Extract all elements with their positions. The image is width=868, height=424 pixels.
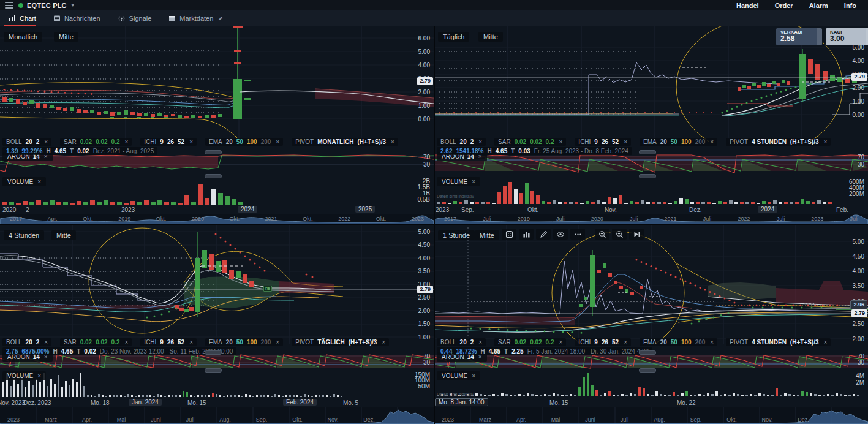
aroon-tick: 30 (858, 359, 864, 366)
time-tick: Sep. (461, 206, 474, 213)
close-icon[interactable]: × (558, 339, 563, 346)
menu-item-order[interactable]: Order (767, 2, 801, 9)
aroon-tick: 30 (423, 359, 430, 366)
menu-icon[interactable] (5, 2, 13, 9)
time-tick: Dez. (689, 206, 702, 213)
chevron-down-icon[interactable]: ▼ (70, 2, 75, 8)
price-chart-canvas[interactable] (0, 26, 434, 142)
close-icon[interactable]: × (709, 138, 714, 145)
symbol-title: EQTEC PLC (27, 2, 67, 9)
indicators-button[interactable] (519, 229, 534, 240)
close-icon[interactable]: × (124, 339, 129, 346)
marketdata-icon (168, 15, 176, 22)
price-chart-canvas[interactable] (0, 224, 434, 344)
pane-resize-handle[interactable] (639, 350, 656, 355)
chart-style-button[interactable] (502, 229, 516, 240)
tab-nachrichten[interactable]: Nachrichten (45, 10, 109, 26)
zoom-in-button[interactable] (612, 229, 627, 240)
top-menu: Handel Order Alarm Info (728, 2, 868, 9)
visibility-button[interactable] (553, 229, 568, 240)
price-tick: 0.00 (418, 116, 430, 123)
align-selector[interactable]: Mitte (478, 32, 503, 42)
price-tick: 4.50 (418, 241, 430, 248)
close-icon[interactable]: × (470, 178, 475, 185)
tab-marktdaten[interactable]: Marktdaten ⬈ (160, 10, 232, 26)
pane-resize-handle[interactable] (205, 350, 222, 355)
volume-tick: 50M (418, 383, 430, 390)
chart-navigator[interactable]: 2023MärzApr.MaiJuniJuliAug.Sep.Okt.Nov.D… (0, 407, 434, 424)
chart-navigator[interactable]: 2017Juli2019Juli2020Juli2021Juli2022Juli… (434, 214, 868, 224)
sell-button[interactable]: VERKAUF2.58 (776, 28, 822, 45)
align-selector[interactable]: Mitte (51, 230, 76, 240)
pane-resize-handle[interactable] (205, 174, 222, 178)
draw-button[interactable] (536, 229, 551, 240)
align-selector[interactable]: Mitte (54, 32, 78, 42)
timeframe-selector[interactable]: Täglich (438, 32, 469, 42)
indicator-sar: SAR0.020.020.2× (60, 138, 132, 146)
close-icon[interactable]: × (36, 178, 41, 185)
pane-resize-handle[interactable] (639, 368, 656, 373)
chart-pane-daily: Täglich Mitte VERKAUF2.58 KAUF3.00 5.00 … (434, 26, 868, 224)
close-icon[interactable]: × (43, 138, 48, 145)
volume-canvas[interactable] (0, 370, 434, 398)
buy-button[interactable]: KAUF3.00 (826, 28, 868, 45)
price-chart-canvas[interactable] (434, 224, 868, 344)
more-options-button[interactable] (570, 229, 585, 240)
pane-resize-handle[interactable] (639, 174, 656, 178)
close-icon[interactable]: × (470, 373, 475, 379)
menu-item-info[interactable]: Info (836, 2, 864, 9)
timeframe-selector[interactable]: 4 Stunden (4, 230, 44, 240)
close-icon[interactable]: × (622, 138, 627, 145)
tab-chart[interactable]: Chart (0, 10, 45, 26)
timeframe-selector[interactable]: Monatlich (4, 32, 42, 42)
close-icon[interactable]: × (390, 138, 394, 145)
pane-resize-handle[interactable] (639, 150, 656, 154)
chart-stats: 1.3999.29%H4.65T0.02Dez. 2021 - Aug. 202… (2, 147, 157, 155)
go-to-latest-button[interactable] (629, 229, 644, 240)
volume-canvas[interactable] (0, 176, 434, 206)
indicator-pivot: PIVOTTÄGLICH(H+T+S)/3× (292, 338, 389, 346)
chart-navigator[interactable]: 2017Apr.Okt.2019Okt.2020Okt.2021Okt.2022… (0, 214, 434, 224)
indicator-pivot: PIVOT4 STUNDEN(H+T+S)/3× (726, 138, 831, 146)
chart-marker[interactable]: RB (263, 286, 272, 292)
chart-navigator[interactable]: 2023MärzApr.MaiJuniJuliAug.Sep.Okt.Nov.D… (434, 407, 868, 424)
close-icon[interactable]: × (558, 138, 563, 145)
indicator-ichi: ICHI92652× (140, 138, 197, 146)
pane-divider-horizontal[interactable] (0, 224, 868, 225)
close-icon[interactable]: × (709, 339, 714, 346)
volume-canvas[interactable] (434, 176, 868, 206)
close-icon[interactable]: × (188, 339, 193, 346)
price-tick: 3.50 (853, 282, 864, 289)
close-icon[interactable]: × (823, 339, 828, 346)
close-icon[interactable]: × (274, 138, 279, 145)
close-icon[interactable]: × (43, 339, 48, 346)
close-icon[interactable]: × (622, 339, 627, 346)
close-icon[interactable]: × (477, 339, 482, 346)
volume-legend: VOLUME× (437, 177, 480, 186)
pane-resize-handle[interactable] (205, 368, 222, 373)
skip-to-end-icon (633, 230, 641, 238)
indicator-boll: BOLL202× (2, 138, 51, 146)
close-icon[interactable]: × (188, 138, 193, 145)
volume-canvas[interactable] (434, 370, 868, 398)
close-icon[interactable]: × (823, 138, 828, 145)
tab-signale[interactable]: Signale (109, 10, 160, 26)
price-tick: 2.00 (418, 89, 430, 96)
time-tick: 2023 (121, 206, 135, 213)
time-tick: Feb. (836, 206, 848, 213)
align-selector[interactable]: Mitte (475, 230, 499, 240)
close-icon[interactable]: × (274, 339, 279, 346)
menu-item-alarm[interactable]: Alarm (801, 2, 836, 9)
time-tick: 2023 (436, 206, 449, 213)
aroon-tick: 30 (423, 161, 430, 168)
close-icon[interactable]: × (380, 339, 385, 346)
timeframe-selector[interactable]: 1 Stunde (438, 230, 475, 240)
close-icon[interactable]: × (477, 138, 482, 145)
close-icon[interactable]: × (36, 373, 41, 379)
zoom-out-button[interactable] (595, 229, 609, 240)
indicator-legend: BOLL202× SAR0.020.020.2× ICHI92652× EMA2… (437, 338, 831, 357)
menu-item-handel[interactable]: Handel (728, 2, 767, 9)
pane-resize-handle[interactable] (205, 150, 222, 154)
price-tick: 5.00 (418, 229, 430, 235)
close-icon[interactable]: × (124, 138, 129, 145)
